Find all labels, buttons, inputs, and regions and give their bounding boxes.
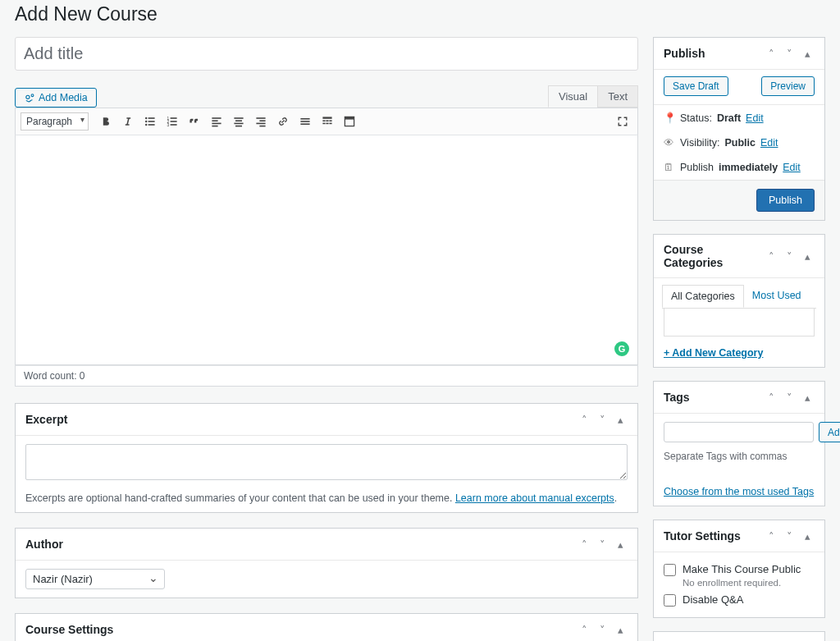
status-label: Status: [680,112,712,124]
align-center-icon[interactable] [229,112,249,131]
panel-toggle-icon[interactable]: ▴ [613,622,628,637]
author-title: Author [25,538,63,551]
panel-toggle-icon[interactable]: ▴ [800,46,815,61]
svg-rect-17 [234,117,243,119]
toolbar-toggle-icon[interactable] [317,112,337,131]
svg-point-0 [26,95,30,98]
course-title-input[interactable] [15,37,638,71]
svg-rect-36 [345,117,354,119]
course-settings-title: Course Settings [25,623,113,636]
category-tab-all[interactable]: All Categories [662,285,744,308]
panel-up-icon[interactable]: ˄ [577,537,591,552]
svg-rect-16 [212,126,217,127]
panel-down-icon[interactable]: ˅ [595,537,609,552]
panel-up-icon[interactable]: ˄ [764,390,778,405]
svg-rect-20 [235,126,242,127]
panel-down-icon[interactable]: ˅ [782,390,797,405]
sidebar-column: Publish ˄ ˅ ▴ Save Draft Preview 📍 Statu… [653,37,825,641]
tags-input[interactable] [664,422,814,442]
panel-up-icon[interactable]: ˄ [764,249,778,263]
svg-rect-14 [212,120,217,121]
svg-rect-19 [234,123,243,125]
status-edit-link[interactable]: Edit [746,112,764,124]
bold-icon[interactable] [96,112,116,131]
excerpt-textarea[interactable] [25,444,628,480]
editor-tab-visual[interactable]: Visual [548,85,597,108]
author-select[interactable]: Nazir (Nazir) [25,569,165,589]
panel-toggle-icon[interactable]: ▴ [800,249,815,263]
page-title: Add New Course [0,0,840,37]
svg-rect-10 [171,121,177,122]
word-count: Word count: 0 [15,365,638,387]
expand-icon[interactable] [613,112,632,131]
visibility-value: Public [724,137,756,149]
add-new-category-link[interactable]: + Add New Category [664,347,763,359]
make-public-label: Make This Course Public [682,563,801,575]
link-icon[interactable] [273,112,293,131]
svg-rect-25 [300,118,309,120]
tutor-settings-title: Tutor Settings [664,529,741,543]
panel-toggle-icon[interactable]: ▴ [800,529,815,543]
bullet-list-icon[interactable] [140,112,160,131]
panel-toggle-icon[interactable]: ▴ [613,537,628,552]
make-public-checkbox[interactable] [664,564,676,576]
make-public-hint: No enrollment required. [682,578,815,588]
quote-icon[interactable] [185,112,204,131]
panel-down-icon[interactable]: ˅ [782,46,797,61]
disable-qa-label: Disable Q&A [682,593,743,606]
svg-rect-21 [256,117,265,119]
align-right-icon[interactable] [251,112,271,131]
editor-toolbar: Paragraph 123 [15,108,638,135]
excerpt-learn-more-link[interactable]: Learn more about manual excerpts [455,492,614,504]
panel-up-icon[interactable]: ˄ [577,412,591,427]
content-editor[interactable]: G [15,135,638,365]
save-draft-button[interactable]: Save Draft [664,76,728,96]
align-left-icon[interactable] [207,112,226,131]
publish-panel-title: Publish [664,47,705,60]
format-dropdown[interactable]: Paragraph [21,112,89,130]
grammarly-icon[interactable]: G [614,341,629,356]
choose-tags-link[interactable]: Choose from the most used Tags [664,486,814,497]
add-media-label: Add Media [39,92,88,103]
panel-up-icon[interactable]: ˄ [764,46,778,61]
category-tab-mostused[interactable]: Most Used [744,285,810,308]
add-tag-button[interactable]: Add [819,422,840,442]
svg-rect-2 [148,117,155,119]
svg-rect-18 [235,120,242,121]
pin-icon: 📍 [664,112,675,124]
svg-rect-23 [256,123,265,125]
svg-point-1 [145,117,147,119]
excerpt-title: Excerpt [25,413,67,426]
svg-rect-13 [212,117,221,119]
schedule-label: Publish [680,162,714,173]
panel-up-icon[interactable]: ˄ [764,529,778,543]
panel-down-icon[interactable]: ˅ [782,529,797,543]
svg-rect-6 [148,124,155,126]
panel-down-icon[interactable]: ˅ [782,249,797,263]
numbered-list-icon[interactable]: 123 [162,112,182,131]
svg-rect-29 [322,120,325,121]
disable-qa-checkbox[interactable] [664,594,676,607]
panel-toggle-icon[interactable]: ▴ [613,412,628,427]
panel-toggle-icon[interactable]: ▴ [800,390,815,405]
panel-up-icon[interactable]: ˄ [577,622,591,637]
publish-button[interactable]: Publish [756,189,815,212]
svg-point-5 [145,124,147,126]
panel-down-icon[interactable]: ˅ [595,412,609,427]
svg-rect-12 [171,124,177,126]
svg-rect-24 [259,126,265,127]
add-media-button[interactable]: Add Media [15,88,97,108]
calendar-icon: 🗓 [664,162,675,173]
svg-rect-30 [326,120,328,121]
panel-down-icon[interactable]: ˅ [595,622,609,637]
svg-rect-26 [300,121,309,122]
visibility-edit-link[interactable]: Edit [760,137,778,149]
svg-text:3: 3 [167,123,170,127]
editor-tab-text[interactable]: Text [597,85,638,108]
svg-rect-28 [322,117,331,118]
fullscreen-icon[interactable] [340,112,359,131]
schedule-edit-link[interactable]: Edit [783,162,801,173]
more-icon[interactable] [295,112,315,131]
italic-icon[interactable] [118,112,138,131]
preview-button[interactable]: Preview [761,76,815,96]
